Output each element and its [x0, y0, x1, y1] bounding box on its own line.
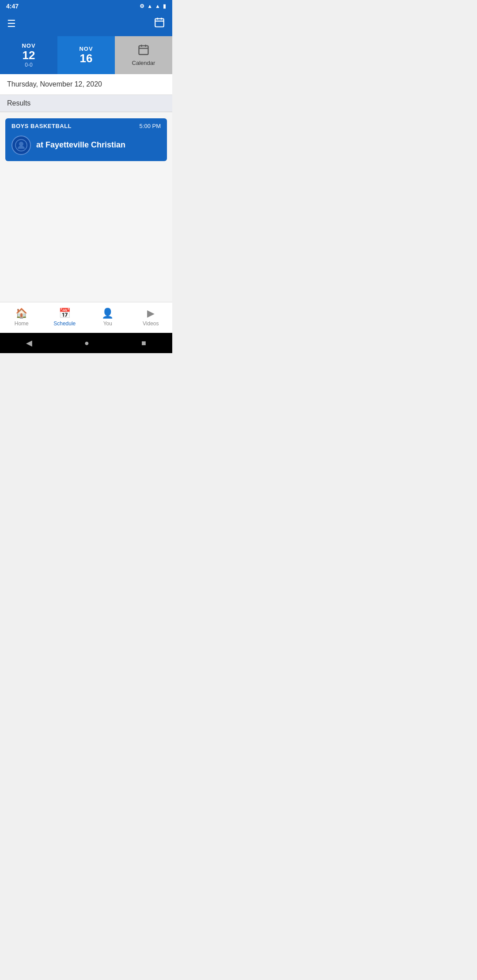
tab-nov16-month: NOV	[79, 45, 93, 52]
system-nav-bar: ◀ ● ■	[0, 333, 172, 353]
signal-icon: ▲	[147, 3, 152, 9]
svg-rect-0	[155, 19, 164, 26]
sport-label: BOYS BASKETBALL	[11, 123, 72, 129]
home-icon: 🏠	[15, 308, 27, 319]
nav-home-label: Home	[15, 320, 29, 327]
battery-icon: ▮	[163, 3, 166, 9]
game-card-boys-basketball[interactable]: BOYS BASKETBALL 5:00 PM at Fayetteville …	[5, 118, 167, 161]
date-tabs: NOV 12 0-0 NOV 16 Calendar	[0, 36, 172, 74]
date-tab-calendar[interactable]: Calendar	[115, 36, 172, 74]
tab-nov12-record: 0-0	[25, 62, 32, 68]
app-header: ☰	[0, 12, 172, 36]
tab-nov12-month: NOV	[22, 42, 35, 49]
opponent-name: at Fayetteville Christian	[36, 140, 125, 150]
sys-back-button[interactable]: ◀	[26, 338, 32, 348]
section-results-label: Results	[0, 95, 172, 112]
date-heading-text: Thursday, November 12, 2020	[7, 80, 102, 88]
sys-recent-button[interactable]: ■	[141, 339, 146, 348]
nav-item-home[interactable]: 🏠 Home	[0, 306, 43, 328]
date-heading: Thursday, November 12, 2020	[0, 74, 172, 95]
game-card-header: BOYS BASKETBALL 5:00 PM	[5, 118, 167, 132]
game-time: 5:00 PM	[140, 123, 161, 129]
nav-videos-label: Videos	[143, 320, 159, 327]
game-card-body: at Fayetteville Christian	[5, 132, 167, 161]
hamburger-menu-button[interactable]: ☰	[7, 18, 16, 30]
tab-nov12-day: 12	[23, 49, 35, 62]
nav-item-schedule[interactable]: 📅 Schedule	[43, 306, 87, 328]
sys-home-button[interactable]: ●	[84, 339, 89, 348]
status-time: 4:47	[6, 3, 19, 10]
team-logo	[11, 136, 31, 155]
you-icon: 👤	[102, 308, 114, 319]
videos-icon: ▶	[147, 308, 155, 319]
calendar-tab-label: Calendar	[132, 60, 155, 66]
svg-point-9	[19, 142, 23, 146]
nav-you-label: You	[103, 320, 112, 327]
main-content: BOYS BASKETBALL 5:00 PM at Fayetteville …	[0, 112, 172, 302]
nav-item-videos[interactable]: ▶ Videos	[129, 306, 173, 328]
nav-schedule-label: Schedule	[53, 320, 76, 327]
svg-rect-4	[139, 46, 148, 55]
date-tab-nov12[interactable]: NOV 12 0-0	[0, 36, 57, 74]
status-icons: ⚙ ▲ ▲ ▮	[140, 3, 166, 9]
section-results-text: Results	[7, 99, 30, 107]
header-calendar-button[interactable]	[154, 17, 165, 31]
calendar-tab-icon	[137, 44, 150, 59]
tab-nov16-day: 16	[80, 52, 93, 65]
nav-item-you[interactable]: 👤 You	[86, 306, 129, 328]
status-bar: 4:47 ⚙ ▲ ▲ ▮	[0, 0, 172, 12]
bottom-nav: 🏠 Home 📅 Schedule 👤 You ▶ Videos	[0, 302, 172, 333]
schedule-icon: 📅	[59, 308, 71, 319]
wifi-icon: ▲	[155, 3, 160, 9]
settings-icon: ⚙	[140, 3, 144, 9]
date-tab-nov16[interactable]: NOV 16	[57, 36, 115, 74]
